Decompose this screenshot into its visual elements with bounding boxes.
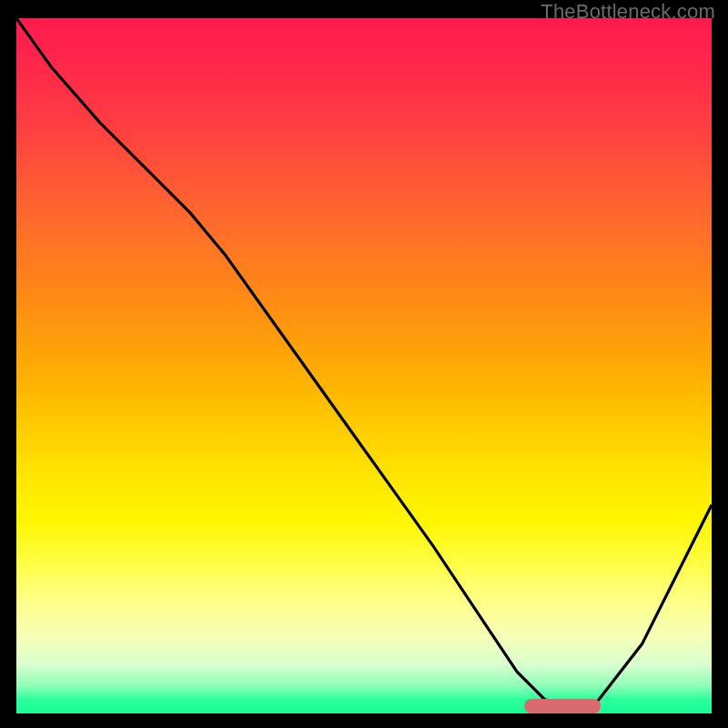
bottleneck-curve xyxy=(16,18,712,706)
optimal-marker xyxy=(524,699,601,713)
chart-container: TheBottleneck.com xyxy=(0,0,728,728)
plot-area xyxy=(16,18,712,713)
watermark-text: TheBottleneck.com xyxy=(541,0,715,24)
curve-layer xyxy=(16,18,712,713)
